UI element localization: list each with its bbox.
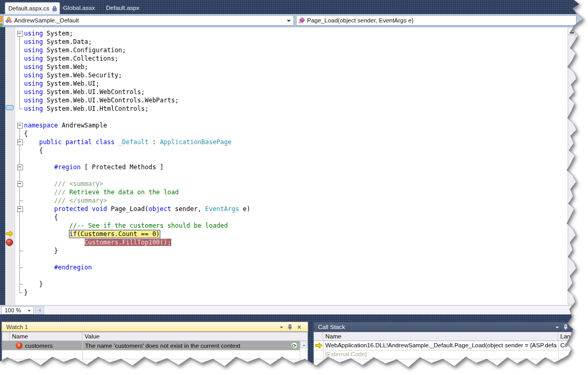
code-editor: using System;using System.Data;using Sys… [0, 27, 588, 305]
collapse-toggle-icon[interactable] [17, 139, 23, 145]
watch-name-cell [2, 350, 83, 359]
tab-label: Global.asax [63, 5, 95, 11]
column-divider [558, 341, 559, 350]
code-line: { [24, 146, 43, 155]
breakpoint-line-highlight: Customers.FillTop100(); [85, 239, 171, 246]
current-statement-icon[interactable] [6, 230, 14, 237]
zoom-level: 100 % [5, 307, 21, 313]
code-line: using System.Web; [24, 63, 88, 71]
chevron-down-icon[interactable] [287, 20, 291, 22]
code-line: using System.Web.UI.WebControls.WebParts… [24, 96, 179, 104]
name-column-header[interactable]: Name [323, 332, 558, 341]
scroll-left-button[interactable] [36, 306, 44, 314]
tab-label: Default.aspx.cs [8, 5, 50, 11]
chevron-down-icon[interactable] [28, 310, 31, 311]
call-stack-grid: Name Langu WebApplication16.DLL!AndrewSa… [313, 332, 585, 371]
frame-language: C# [560, 341, 568, 350]
code-line: /// Retrieve the data on the load [24, 188, 179, 196]
tab-label: Default.aspx [106, 5, 139, 11]
margin-column-header [314, 332, 323, 341]
window-menu-icon[interactable] [554, 324, 560, 331]
watch-panel: Watch 1 ✕ Name Value !customersThe name … [2, 322, 308, 371]
outline-guide [19, 212, 23, 251]
collapse-toggle-icon[interactable] [17, 165, 23, 170]
code-line: Customers.FillTop100(); [24, 238, 171, 247]
watch-row[interactable]: !customersThe name 'customers' does not … [2, 341, 300, 350]
outline-guide [19, 37, 23, 109]
code-line: protected void Page_Load(object sender, … [24, 205, 251, 213]
watch-panel-title: Watch 1 [6, 324, 28, 330]
watch-name: customers [25, 343, 53, 349]
window-left-edge [0, 27, 5, 305]
type-dropdown[interactable]: AndrewSample._Default [3, 15, 294, 26]
code-area[interactable]: using System;using System.Data;using Sys… [15, 27, 588, 305]
column-divider [323, 341, 324, 350]
vertical-scrollbar[interactable] [568, 28, 576, 304]
refresh-icon[interactable]: ⟳ [291, 342, 298, 349]
collapse-toggle-icon[interactable] [17, 181, 23, 187]
value-column-header[interactable]: Value [83, 332, 300, 341]
bookmark-icon[interactable] [6, 105, 14, 110]
split-up-icon [570, 30, 573, 31]
code-line: using System.Data; [24, 38, 92, 46]
language-column-header[interactable]: Langu [558, 332, 585, 341]
window-menu-icon[interactable] [278, 324, 285, 331]
lock-icon [52, 6, 57, 11]
row-margin-cell [314, 341, 323, 350]
watch-value: The name 'customers' does not exist in t… [85, 343, 291, 349]
watch-panel-titlebar[interactable]: Watch 1 ✕ [2, 322, 308, 332]
visual-studio-window: Default.aspx.cs✕Global.asaxDefault.aspx … [0, 0, 588, 375]
current-statement-highlight: if(Customers.Count == 0) [69, 230, 160, 238]
watch-row[interactable] [2, 350, 300, 359]
current-statement-icon [315, 342, 323, 349]
chevron-left-icon [39, 308, 41, 312]
call-stack-row[interactable]: [External Code] [314, 350, 584, 359]
breakpoint-margin[interactable] [5, 27, 15, 305]
code-line: #endregion [24, 263, 92, 272]
code-line: using System.Web.UI; [24, 79, 100, 88]
watch-grid: Name Value !customersThe name 'customers… [2, 332, 308, 371]
scroll-up-button[interactable] [300, 342, 307, 348]
tab-Default.aspx.cs[interactable]: Default.aspx.cs✕ [5, 2, 60, 14]
watch-value-cell [83, 350, 300, 359]
pin-icon[interactable] [287, 324, 293, 331]
tab-Default.aspx[interactable]: Default.aspx [106, 2, 139, 14]
code-line: /// </summary> [24, 196, 107, 205]
code-line: namespace AndrewSample [24, 121, 107, 130]
collapse-toggle-icon[interactable] [17, 31, 23, 37]
call-stack-title: Call Stack [318, 324, 345, 330]
collapse-toggle-icon[interactable] [17, 206, 23, 212]
name-column-header[interactable]: Name [10, 332, 83, 341]
watch-grid-header: Name Value [2, 332, 308, 341]
outline-guide [19, 187, 23, 201]
code-line: using System.Web.UI.WebControls; [24, 88, 145, 96]
pin-icon[interactable] [562, 324, 569, 331]
frame-name: WebApplication16.DLL!AndrewSample._Defau… [325, 341, 557, 350]
split-bar-icon [570, 32, 574, 33]
watch-name-cell: !customers [2, 341, 83, 350]
screenshot-stage: Default.aspx.cs✕Global.asaxDefault.aspx … [0, 0, 588, 375]
code-line: using System.Web.Security; [24, 71, 122, 79]
row-margin-cell [314, 350, 323, 359]
code-line: #region [ Protected Methods ] [24, 163, 163, 171]
member-dropdown[interactable]: Page_Load(object sender, EventArgs e) [296, 15, 577, 26]
horizontal-scrollbar[interactable] [44, 306, 571, 314]
code-line: using System; [24, 29, 73, 38]
close-icon[interactable]: ✕ [296, 324, 302, 331]
class-icon [5, 17, 13, 24]
call-stack-panel: Call Stack Name Langu WebApplication16.D… [313, 322, 588, 371]
member-dropdown-value: Page_Load(object sender, EventArgs e) [307, 17, 414, 24]
column-divider [323, 350, 324, 359]
call-stack-titlebar[interactable]: Call Stack [313, 322, 580, 332]
zoom-control[interactable]: 100 % [1, 306, 34, 314]
class-icon [5, 17, 13, 24]
code-line: using System.Collections; [24, 54, 119, 63]
code-line: public partial class _Default : Applicat… [24, 138, 231, 146]
breakpoint-icon[interactable] [6, 239, 13, 246]
torn-paper-wrapper: Default.aspx.cs✕Global.asaxDefault.aspx … [0, 0, 588, 375]
collapse-toggle-icon[interactable] [17, 123, 23, 128]
torn-left-artifact [0, 16, 3, 22]
splitter-handle[interactable] [568, 28, 575, 35]
tab-Global.asax[interactable]: Global.asax [63, 2, 95, 14]
call-stack-row[interactable]: WebApplication16.DLL!AndrewSample._Defau… [314, 341, 584, 350]
